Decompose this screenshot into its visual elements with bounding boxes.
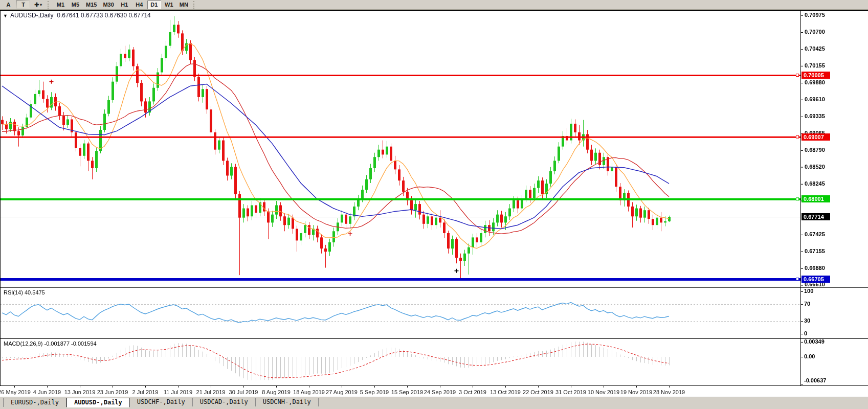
dropdown-triangle-icon[interactable]: ▼ [3,13,8,18]
price-badge: 0.70005 [802,72,830,79]
date-tick-label: 31 Oct 2019 [555,389,586,395]
rsi-axis-label: 0 [804,330,807,336]
symbol-tab-USDCNH[interactable]: USDCNH-,Daily [256,398,319,406]
date-tick-label: 10 Nov 2019 [588,389,619,395]
symbol-tab-EURUSD[interactable]: EURUSD-,Daily [3,398,66,407]
symbol-tab-USDCAD[interactable]: USDCAD-,Daily [193,398,256,406]
crosshair-icon: ✚ [34,2,39,8]
date-tick-label: 13 Oct 2019 [490,389,521,395]
chevron-down-icon: ▾ [40,3,42,7]
date-tick-label: 18 Aug 2019 [293,389,325,395]
price-tick-label: 0.70700 [805,29,825,35]
price-tick-label: 0.69610 [805,96,825,102]
rsi-name: RSI(14) [4,289,23,296]
date-tick-label: 11 Jul 2019 [164,389,192,395]
timeframe-button-H4[interactable]: H4 [132,1,146,9]
rsi-panel-label: RSI(14) 40.5475 [4,289,45,296]
macd-values: -0.001877 -0.001594 [44,340,96,347]
rsi-axis-label: 70 [804,301,810,307]
price-tick-label: 0.69880 [805,79,825,85]
price-tick-label: 0.70425 [805,46,825,52]
symbol-tab-AUDUSD[interactable]: AUDUSD-,Daily [66,398,130,407]
date-tick-label: 2 Jul 2019 [132,389,159,395]
date-tick-label: 24 Sep 2019 [424,389,456,395]
macd-axis-label: 0.00349 [804,338,825,345]
date-tick-label: 13 Jun 2019 [64,389,96,395]
text-tool-button[interactable]: T [16,1,30,9]
date-tick-label: 28 Nov 2019 [653,389,685,395]
timeframe-button-M5[interactable]: M5 [69,1,82,9]
timeframe-button-M30[interactable]: M30 [100,1,116,9]
date-tick-label: 4 Jun 2019 [33,389,61,395]
price-tick-label: 0.68790 [805,147,825,153]
price-tick-label: 0.70155 [805,62,825,69]
date-tick-label: 15 Sep 2019 [391,389,423,395]
date-tick-label: 22 Oct 2019 [523,389,553,395]
date-tick-label: 23 Jun 2019 [97,389,128,395]
price-badge: 0.68001 [802,195,830,202]
date-tick-label: 19 Nov 2019 [620,389,652,395]
price-tick-label: 0.68520 [805,164,825,170]
arrow-tool-button[interactable]: A [2,1,15,9]
macd-name: MACD(12,26,9) [4,340,42,347]
symbol-tab-USDCHF[interactable]: USDCHF-,Daily [130,398,193,406]
top-toolbar: A T ✚ ▾ M1M5M15M30H1H4D1W1MN [0,0,868,10]
timeframe-button-MN[interactable]: MN [177,1,191,9]
date-tick-label: 27 Aug 2019 [326,389,358,395]
timeframe-button-W1[interactable]: W1 [162,1,176,9]
crosshair-tool-button[interactable]: ✚ ▾ [31,1,45,9]
date-tick-label: 8 Aug 2019 [262,389,291,395]
timeframe-button-M15[interactable]: M15 [83,1,99,9]
date-tick-label: 26 May 2019 [0,389,31,395]
price-badge: 0.66705 [802,276,830,283]
chart-symbol-period: AUDUSD-,Daily [10,12,54,19]
timeframe-button-M1[interactable]: M1 [54,1,68,9]
date-tick-label: 3 Oct 2019 [459,389,486,395]
mt4-terminal: A T ✚ ▾ M1M5M15M30H1H4D1W1MN ▼AUDUSD-,Da… [0,0,868,409]
price-tick-label: 0.67425 [805,231,825,237]
chart-ohlc-values: 0.67641 0.67733 0.67630 0.67714 [57,12,151,19]
timeframe-button-H1[interactable]: H1 [118,1,131,9]
date-tick-label: 21 Jul 2019 [196,389,226,395]
timeframe-group: M1M5M15M30H1H4D1W1MN [54,1,191,9]
price-badge: 0.67714 [802,213,830,220]
macd-panel-label: MACD(12,26,9) -0.001877 -0.001594 [4,340,97,347]
toolbar-separator [48,1,51,9]
price-tick-label: 0.69335 [805,113,825,119]
symbol-tab-bar: EURUSD-,DailyAUDUSD-,DailyUSDCHF-,DailyU… [0,397,868,409]
price-tick-label: 0.67155 [805,248,825,254]
toolbar-separator [193,1,197,9]
macd-axis-label: 0.00 [804,353,815,359]
macd-axis-label: -0.00637 [804,377,826,383]
timeframe-button-D1[interactable]: D1 [147,1,161,9]
chart-title: ▼AUDUSD-,Daily 0.67641 0.67733 0.67630 0… [3,12,151,19]
date-tick-label: 5 Sep 2019 [360,389,389,395]
price-tick-label: 0.70975 [805,12,825,18]
price-badge: 0.69007 [802,133,830,141]
rsi-value: 40.5475 [25,289,45,296]
price-tick-label: 0.68245 [805,180,825,187]
chart-plot-area[interactable] [0,10,868,397]
rsi-axis-label: 100 [804,288,813,294]
date-tick-label: 30 Jul 2019 [229,389,258,395]
rsi-axis-label: 30 [804,317,810,324]
price-tick-label: 0.66880 [805,265,825,271]
